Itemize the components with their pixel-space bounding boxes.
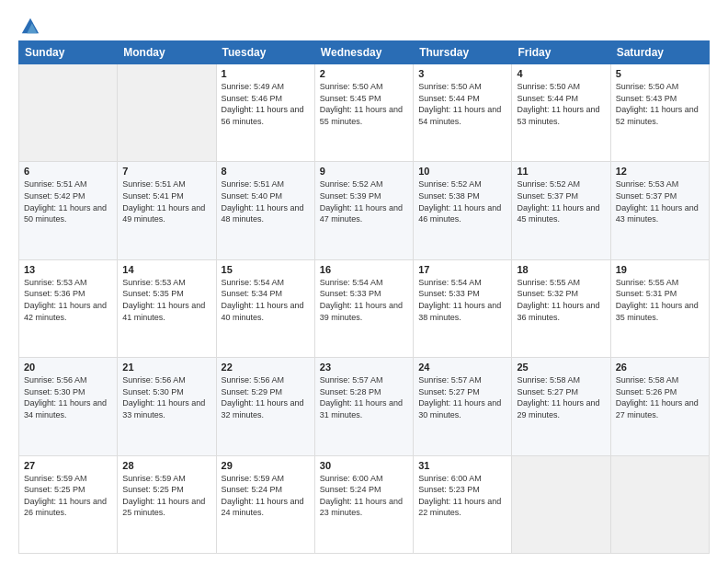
day-number: 23 [320,362,408,373]
day-info: Sunrise: 5:56 AMSunset: 5:30 PMDaylight:… [24,374,112,420]
day-info: Sunrise: 5:52 AMSunset: 5:38 PMDaylight:… [418,178,506,224]
calendar-cell: 11Sunrise: 5:52 AMSunset: 5:37 PMDayligh… [512,162,610,259]
day-info: Sunrise: 5:54 AMSunset: 5:33 PMDaylight:… [320,277,408,323]
calendar-cell: 24Sunrise: 5:57 AMSunset: 5:27 PMDayligh… [414,358,512,455]
day-header-wednesday: Wednesday [314,41,413,64]
day-info: Sunrise: 5:57 AMSunset: 5:27 PMDaylight:… [418,374,506,420]
day-info: Sunrise: 5:53 AMSunset: 5:37 PMDaylight:… [616,178,704,224]
day-number: 25 [517,362,605,373]
calendar-cell: 19Sunrise: 5:55 AMSunset: 5:31 PMDayligh… [610,259,709,357]
calendar-cell [512,455,610,553]
day-info: Sunrise: 5:56 AMSunset: 5:30 PMDaylight:… [122,374,210,420]
calendar-cell: 20Sunrise: 5:56 AMSunset: 5:30 PMDayligh… [19,358,118,455]
calendar-cell: 27Sunrise: 5:59 AMSunset: 5:25 PMDayligh… [19,455,118,553]
calendar-cell: 5Sunrise: 5:50 AMSunset: 5:43 PMDaylight… [610,64,709,162]
calendar-cell: 21Sunrise: 5:56 AMSunset: 5:30 PMDayligh… [118,358,216,455]
calendar-cell: 25Sunrise: 5:58 AMSunset: 5:27 PMDayligh… [512,358,610,455]
day-number: 7 [122,166,210,177]
day-number: 31 [418,460,506,471]
day-number: 29 [222,460,310,471]
day-number: 27 [24,460,112,471]
day-number: 22 [222,362,310,373]
day-number: 18 [517,264,605,275]
day-number: 20 [24,362,112,373]
day-info: Sunrise: 5:59 AMSunset: 5:24 PMDaylight:… [222,473,310,519]
day-info: Sunrise: 5:57 AMSunset: 5:28 PMDaylight:… [320,374,408,420]
day-number: 1 [222,68,310,79]
day-info: Sunrise: 6:00 AMSunset: 5:23 PMDaylight:… [418,473,506,519]
day-info: Sunrise: 5:51 AMSunset: 5:40 PMDaylight:… [222,178,310,224]
day-info: Sunrise: 5:50 AMSunset: 5:44 PMDaylight:… [418,81,506,127]
day-number: 30 [320,460,408,471]
day-info: Sunrise: 5:52 AMSunset: 5:39 PMDaylight:… [320,178,408,224]
day-header-monday: Monday [118,41,216,64]
day-header-saturday: Saturday [610,41,709,64]
day-info: Sunrise: 5:49 AMSunset: 5:46 PMDaylight:… [222,81,310,127]
day-info: Sunrise: 5:58 AMSunset: 5:26 PMDaylight:… [616,374,704,420]
day-header-sunday: Sunday [19,41,118,64]
day-number: 12 [616,166,704,177]
day-number: 15 [222,264,310,275]
day-number: 21 [122,362,210,373]
day-number: 2 [320,68,408,79]
day-info: Sunrise: 5:58 AMSunset: 5:27 PMDaylight:… [517,374,605,420]
day-number: 9 [320,166,408,177]
calendar-cell: 4Sunrise: 5:50 AMSunset: 5:44 PMDaylight… [512,64,610,162]
day-info: Sunrise: 5:54 AMSunset: 5:34 PMDaylight:… [222,277,310,323]
day-info: Sunrise: 5:50 AMSunset: 5:43 PMDaylight:… [616,81,704,127]
calendar-cell [118,64,216,162]
day-header-thursday: Thursday [414,41,512,64]
calendar-cell: 23Sunrise: 5:57 AMSunset: 5:28 PMDayligh… [314,358,413,455]
calendar-cell: 17Sunrise: 5:54 AMSunset: 5:33 PMDayligh… [414,259,512,357]
day-number: 10 [418,166,506,177]
day-number: 14 [122,264,210,275]
day-number: 16 [320,264,408,275]
calendar-cell: 15Sunrise: 5:54 AMSunset: 5:34 PMDayligh… [216,259,314,357]
day-number: 4 [517,68,605,79]
calendar-cell: 14Sunrise: 5:53 AMSunset: 5:35 PMDayligh… [118,259,216,357]
day-info: Sunrise: 5:56 AMSunset: 5:29 PMDaylight:… [222,374,310,420]
day-header-friday: Friday [512,41,610,64]
day-info: Sunrise: 5:50 AMSunset: 5:45 PMDaylight:… [320,81,408,127]
day-number: 26 [616,362,704,373]
calendar-table: SundayMondayTuesdayWednesdayThursdayFrid… [18,40,710,554]
day-info: Sunrise: 5:54 AMSunset: 5:33 PMDaylight:… [418,277,506,323]
logo-icon [20,17,40,37]
day-info: Sunrise: 5:53 AMSunset: 5:35 PMDaylight:… [122,277,210,323]
day-info: Sunrise: 5:55 AMSunset: 5:32 PMDaylight:… [517,277,605,323]
calendar-cell: 31Sunrise: 6:00 AMSunset: 5:23 PMDayligh… [414,455,512,553]
day-number: 17 [418,264,506,275]
day-info: Sunrise: 5:51 AMSunset: 5:41 PMDaylight:… [122,178,210,224]
calendar-cell: 29Sunrise: 5:59 AMSunset: 5:24 PMDayligh… [216,455,314,553]
calendar-cell: 18Sunrise: 5:55 AMSunset: 5:32 PMDayligh… [512,259,610,357]
calendar-cell: 28Sunrise: 5:59 AMSunset: 5:25 PMDayligh… [118,455,216,553]
day-info: Sunrise: 6:00 AMSunset: 5:24 PMDaylight:… [320,473,408,519]
day-number: 5 [616,68,704,79]
calendar-cell: 1Sunrise: 5:49 AMSunset: 5:46 PMDaylight… [216,64,314,162]
calendar-cell [610,455,709,553]
day-number: 13 [24,264,112,275]
calendar-cell: 9Sunrise: 5:52 AMSunset: 5:39 PMDaylight… [314,162,413,259]
day-number: 8 [222,166,310,177]
day-info: Sunrise: 5:50 AMSunset: 5:44 PMDaylight:… [517,81,605,127]
calendar-cell: 12Sunrise: 5:53 AMSunset: 5:37 PMDayligh… [610,162,709,259]
logo [18,17,40,33]
calendar-cell: 26Sunrise: 5:58 AMSunset: 5:26 PMDayligh… [610,358,709,455]
day-info: Sunrise: 5:51 AMSunset: 5:42 PMDaylight:… [24,178,112,224]
day-number: 11 [517,166,605,177]
day-info: Sunrise: 5:53 AMSunset: 5:36 PMDaylight:… [24,277,112,323]
calendar-cell: 2Sunrise: 5:50 AMSunset: 5:45 PMDaylight… [314,64,413,162]
calendar-cell: 8Sunrise: 5:51 AMSunset: 5:40 PMDaylight… [216,162,314,259]
day-header-tuesday: Tuesday [216,41,314,64]
calendar-cell: 13Sunrise: 5:53 AMSunset: 5:36 PMDayligh… [19,259,118,357]
day-info: Sunrise: 5:59 AMSunset: 5:25 PMDaylight:… [122,473,210,519]
calendar-cell: 30Sunrise: 6:00 AMSunset: 5:24 PMDayligh… [314,455,413,553]
day-number: 19 [616,264,704,275]
calendar-cell: 10Sunrise: 5:52 AMSunset: 5:38 PMDayligh… [414,162,512,259]
day-number: 3 [418,68,506,79]
calendar-cell: 22Sunrise: 5:56 AMSunset: 5:29 PMDayligh… [216,358,314,455]
header [18,17,710,33]
calendar-cell: 6Sunrise: 5:51 AMSunset: 5:42 PMDaylight… [19,162,118,259]
page: SundayMondayTuesdayWednesdayThursdayFrid… [0,0,728,563]
logo-text [18,17,40,37]
